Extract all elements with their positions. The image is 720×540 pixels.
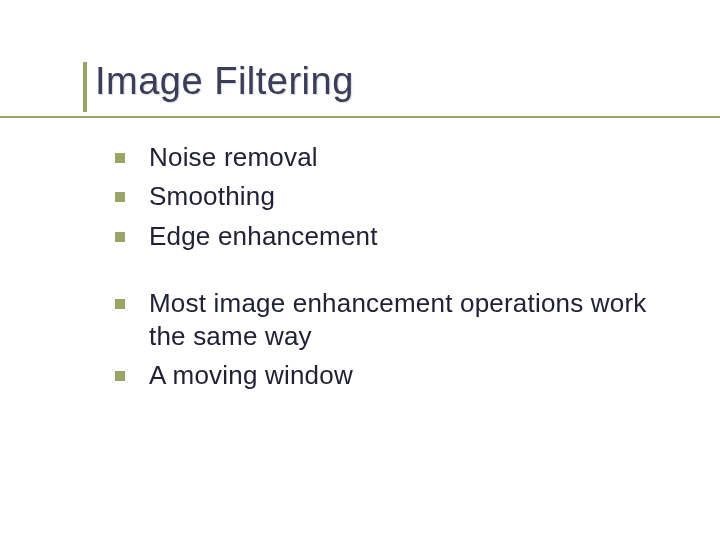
list-item-text: Noise removal <box>149 141 318 174</box>
list-item: Most image enhancement operations work t… <box>95 287 670 354</box>
list-item-text: Edge enhancement <box>149 220 378 253</box>
square-bullet-icon <box>115 371 125 381</box>
list-item: Edge enhancement <box>95 220 670 253</box>
bullet-group-1: Noise removal Smoothing Edge enhancement <box>95 141 670 253</box>
list-item: A moving window <box>95 359 670 392</box>
square-bullet-icon <box>115 192 125 202</box>
title-underline <box>0 116 720 118</box>
slide-title: Image Filtering <box>95 60 670 103</box>
list-item-text: Most image enhancement operations work t… <box>149 287 670 354</box>
slide: Image Filtering Noise removal Smoothing … <box>0 0 720 540</box>
title-vertical-bar <box>83 62 87 112</box>
bullet-group-2: Most image enhancement operations work t… <box>95 287 670 393</box>
list-item-text: Smoothing <box>149 180 275 213</box>
square-bullet-icon <box>115 299 125 309</box>
list-item-text: A moving window <box>149 359 353 392</box>
list-item: Smoothing <box>95 180 670 213</box>
square-bullet-icon <box>115 232 125 242</box>
list-item: Noise removal <box>95 141 670 174</box>
title-wrap: Image Filtering <box>95 60 670 103</box>
slide-content: Noise removal Smoothing Edge enhancement… <box>95 141 670 393</box>
square-bullet-icon <box>115 153 125 163</box>
